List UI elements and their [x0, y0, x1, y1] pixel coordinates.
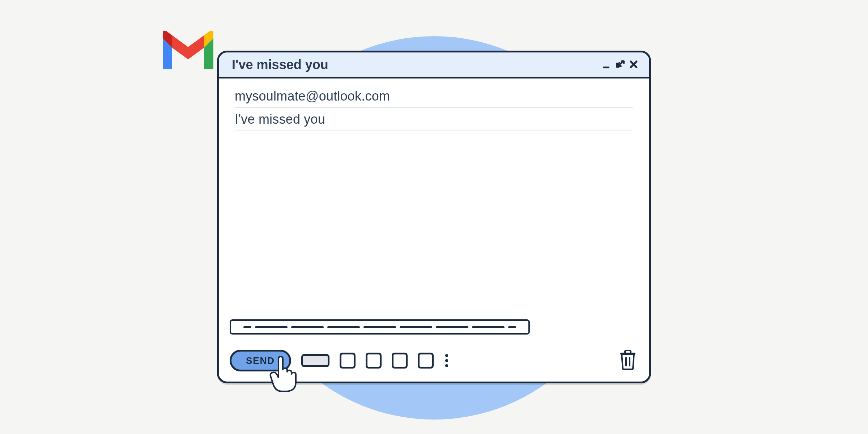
send-button[interactable]: SEND — [230, 350, 291, 371]
dash-icon — [472, 326, 505, 328]
more-options-icon[interactable] — [444, 354, 448, 367]
toolbar-button-2-icon[interactable] — [366, 353, 382, 369]
trash-icon[interactable] — [619, 350, 637, 370]
message-body[interactable] — [235, 131, 633, 301]
compose-window: I've missed you mysoulmate@outlook.com I… — [217, 51, 651, 383]
dash-icon — [363, 326, 396, 328]
svg-rect-0 — [603, 67, 609, 68]
dash-icon — [255, 326, 288, 328]
to-value: mysoulmate@outlook.com — [235, 89, 390, 104]
close-icon[interactable] — [629, 60, 639, 70]
subject-value: I've missed you — [235, 112, 325, 127]
toolbar-button-1-icon[interactable] — [340, 353, 356, 369]
dash-icon — [436, 326, 468, 328]
dash-icon — [291, 326, 324, 328]
dash-icon — [508, 326, 516, 328]
dash-icon — [243, 326, 251, 328]
toolbar-button-3-icon[interactable] — [392, 353, 408, 369]
minimize-icon[interactable] — [602, 60, 612, 69]
dash-icon — [400, 326, 432, 328]
dash-icon — [327, 326, 360, 328]
expand-icon[interactable] — [615, 60, 625, 70]
compose-body-area: mysoulmate@outlook.com I've missed you — [219, 78, 649, 301]
gmail-logo-icon — [159, 29, 217, 72]
formatting-button-icon[interactable] — [301, 354, 329, 367]
send-button-label: SEND — [246, 355, 275, 366]
send-toolbar: SEND — [230, 350, 448, 371]
toolbar-button-4-icon[interactable] — [418, 353, 434, 369]
window-controls — [602, 60, 639, 70]
to-field[interactable]: mysoulmate@outlook.com — [235, 85, 633, 108]
formatting-bar-placeholder[interactable] — [230, 319, 530, 335]
window-title: I've missed you — [232, 57, 328, 72]
subject-field[interactable]: I've missed you — [235, 108, 633, 131]
titlebar[interactable]: I've missed you — [219, 52, 649, 78]
svg-rect-4 — [625, 350, 631, 353]
